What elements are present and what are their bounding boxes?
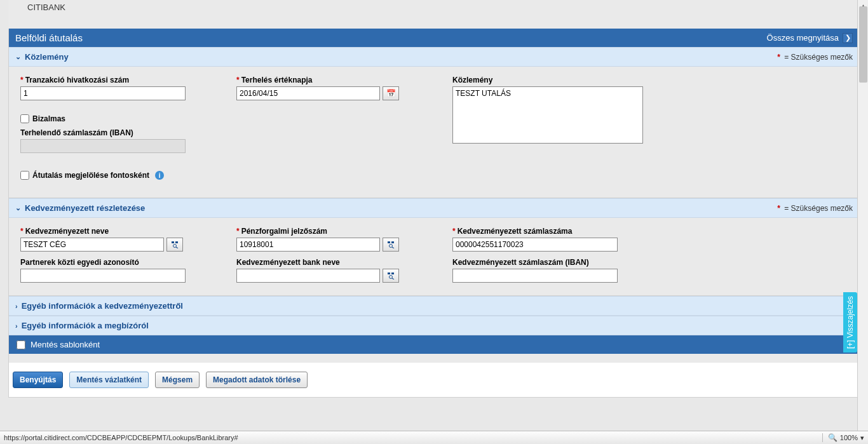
title-bar: Belföldi átutalás Összes megnyitása ❯ [9, 29, 859, 47]
open-all-button[interactable]: Összes megnyitása ❯ [767, 33, 853, 43]
calendar-icon[interactable]: 📅 [383, 86, 399, 100]
chevron-down-icon: ⌄ [15, 53, 21, 61]
svg-line-11 [392, 278, 394, 279]
page-title: Belföldi átutalás [15, 32, 83, 43]
mark-important-label: Átutalás megjelölése fontosként [32, 171, 149, 180]
bank-code-input[interactable] [236, 238, 380, 252]
lookup-icon[interactable] [166, 238, 183, 252]
section-header-kozlemeny[interactable]: ⌄ Közlemény * = Szükséges mezők [9, 47, 859, 67]
remarks-label: Közlemény [452, 76, 643, 84]
bene-acct-input[interactable] [452, 238, 618, 252]
asterisk-icon: * [777, 53, 780, 62]
save-template-bar: Mentés sablonként [9, 335, 859, 354]
cancel-button[interactable]: Mégsem [155, 372, 200, 388]
svg-rect-1 [175, 241, 178, 243]
form-panel: Belföldi átutalás Összes megnyitása ❯ ⌄ … [8, 29, 860, 398]
bene-name-input[interactable] [20, 238, 164, 252]
feedback-tab[interactable]: [+] Visszajelzés [843, 292, 857, 353]
info-icon[interactable]: i [155, 171, 164, 180]
chevron-down-icon: ⌄ [15, 204, 21, 212]
save-template-checkbox[interactable] [17, 340, 25, 349]
bene-iban-input[interactable] [452, 269, 618, 283]
submit-button[interactable]: Benyújtás [13, 372, 63, 388]
lookup-icon[interactable] [383, 238, 399, 252]
chevron-right-icon: › [15, 302, 18, 310]
lookup-icon[interactable] [383, 269, 399, 283]
section-title: Közlemény [25, 52, 69, 62]
save-template-label: Mentés sablonként [31, 340, 100, 349]
debit-date-input[interactable] [236, 86, 380, 100]
open-all-label: Összes megnyitása [767, 33, 839, 43]
partner-id-label: Partnerek közti egyedi azonosító [20, 258, 211, 267]
svg-line-3 [176, 247, 178, 248]
required-fields-note: * = Szükséges mezők [777, 204, 853, 213]
top-area: CITIBANK [8, 0, 860, 29]
section-title: Egyéb információk a kedvezményezettről [22, 301, 183, 311]
remarks-textarea[interactable] [452, 86, 643, 144]
section-header-egyeb-kedv[interactable]: › Egyéb információk a kedvezményezettről [9, 296, 859, 316]
scroll-thumb[interactable] [859, 6, 867, 83]
bene-iban-label: Kedvezményezett számlaszám (IBAN) [452, 258, 643, 267]
svg-rect-9 [391, 272, 394, 274]
section-header-egyeb-megbizo[interactable]: › Egyéb információk a megbízóról [9, 316, 859, 335]
button-bar: Benyújtás Mentés vázlatként Mégsem Megad… [9, 363, 859, 397]
svg-point-6 [390, 245, 393, 248]
bene-bank-name-input[interactable] [236, 269, 380, 283]
bene-bank-name-label: Kedvezményezett bank neve [236, 258, 427, 267]
asterisk-icon: * [777, 204, 780, 213]
tr-ref-label: *Tranzakció hivatkozási szám [20, 76, 211, 84]
svg-rect-5 [391, 241, 394, 243]
svg-rect-8 [388, 272, 390, 274]
partner-id-input[interactable] [20, 269, 186, 283]
bank-code-label: *Pénzforgalmi jelzőszám [236, 227, 427, 236]
section-body-kedvezmenyezett: *Kedvezményezett neve Partnerek közti eg… [9, 218, 859, 296]
svg-rect-0 [172, 241, 174, 243]
chevron-right-icon: › [15, 322, 18, 330]
debit-iban-input [20, 139, 186, 153]
svg-point-2 [173, 245, 177, 248]
section-body-kozlemeny: *Tranzakció hivatkozási szám Bizalmas Te… [9, 67, 859, 198]
confidential-label: Bizalmas [32, 114, 65, 123]
section-header-kedvezmenyezett[interactable]: ⌄ Kedvezményezett részletezése * = Szüks… [9, 198, 859, 218]
clear-button[interactable]: Megadott adatok törlése [206, 372, 308, 388]
save-draft-button[interactable]: Mentés vázlatként [69, 372, 149, 388]
debit-iban-label: Terhelendő számlaszám (IBAN) [20, 128, 211, 137]
confidential-checkbox[interactable] [20, 114, 29, 123]
mark-important-checkbox[interactable] [20, 171, 29, 180]
svg-line-7 [392, 247, 394, 248]
required-fields-note: * = Szükséges mezők [777, 53, 853, 62]
vertical-scrollbar[interactable]: ▴ ▾ [857, 0, 868, 423]
svg-point-10 [390, 276, 393, 279]
chevron-right-icon: ❯ [843, 33, 853, 43]
bank-name-label: CITIBANK [27, 3, 65, 12]
tr-ref-input[interactable] [20, 86, 186, 100]
section-title: Kedvezményezett részletezése [25, 203, 145, 213]
section-title: Egyéb információk a megbízóról [22, 321, 149, 330]
bene-name-label: *Kedvezményezett neve [20, 227, 211, 236]
svg-rect-4 [388, 241, 390, 243]
debit-date-label: *Terhelés értéknapja [236, 76, 427, 84]
bene-acct-label: *Kedvezményezett számlaszáma [452, 227, 643, 236]
